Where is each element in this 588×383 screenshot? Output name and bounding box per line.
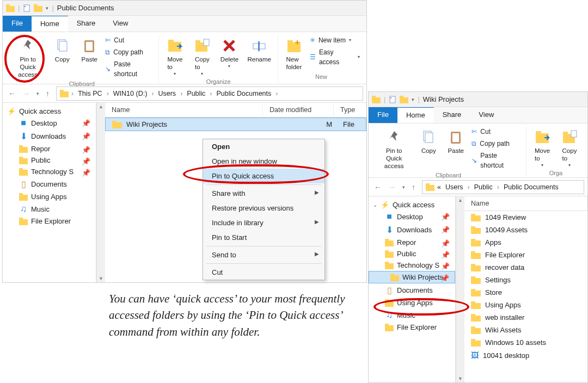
- paste-button[interactable]: Paste: [78, 35, 101, 65]
- file-row[interactable]: Windows 10 assets: [464, 336, 587, 349]
- sidebar-item-technology[interactable]: Technology S📌: [3, 166, 96, 177]
- rename-button[interactable]: Rename: [245, 35, 273, 65]
- sidebar-item-using-apps[interactable]: Using Apps: [3, 191, 96, 202]
- breadcrumb[interactable]: « Users› Public› Public Documents: [422, 180, 584, 194]
- file-row[interactable]: 🖼10041 desktop: [464, 349, 587, 362]
- file-row[interactable]: 1049 Review: [464, 211, 587, 224]
- sidebar-item-documents[interactable]: ▯Documents: [369, 283, 455, 297]
- sidebar-item-using-apps[interactable]: Using Apps: [369, 297, 455, 308]
- sidebar-scrollbar[interactable]: ▲▼: [96, 103, 105, 282]
- recent-locations-button[interactable]: ▾: [34, 90, 41, 97]
- col-date[interactable]: Date modified: [263, 103, 334, 117]
- ctx-cut[interactable]: Cut: [203, 265, 324, 280]
- breadcrumb[interactable]: › This PC› WIN10 (D:)› Users› Public› Pu…: [56, 87, 363, 101]
- move-to-button[interactable]: Move to ▾: [531, 127, 554, 169]
- tab-view[interactable]: View: [470, 107, 503, 123]
- crumb-public[interactable]: Public: [185, 90, 207, 97]
- sidebar-item-desktop[interactable]: ■Desktop📌: [3, 116, 96, 129]
- sidebar-item-documents[interactable]: ▯Documents: [3, 177, 96, 191]
- up-button[interactable]: ↑: [44, 88, 52, 99]
- crumb-public-documents[interactable]: Public Documents: [502, 183, 560, 191]
- crumb-overflow[interactable]: «: [436, 183, 443, 191]
- chevron-down-icon[interactable]: ▾: [46, 5, 48, 11]
- ctx-pin-to-quick-access[interactable]: Pin to Quick access: [203, 169, 324, 183]
- col-name[interactable]: Name: [464, 196, 587, 211]
- ctx-include-in-library[interactable]: Include in library: [203, 215, 324, 230]
- sidebar[interactable]: ⚡ Quick access ■Desktop📌 ⬇Downloads📌 Rep…: [3, 103, 96, 282]
- file-row[interactable]: web installer: [464, 311, 587, 324]
- tab-home[interactable]: Home: [397, 107, 434, 123]
- file-row[interactable]: File Explorer: [464, 249, 587, 261]
- copy-button[interactable]: Copy: [417, 127, 440, 156]
- crumb-users[interactable]: Users: [156, 90, 177, 97]
- file-row[interactable]: 10049 Assets: [464, 224, 587, 236]
- quick-access-heading[interactable]: ⚡ Quick access: [3, 106, 96, 116]
- paste-button[interactable]: Paste: [444, 127, 467, 156]
- paste-shortcut-button[interactable]: ↘Paste shortcut: [471, 151, 522, 170]
- ctx-open-new-window[interactable]: Open in new window: [203, 154, 324, 169]
- sidebar-item-music[interactable]: ♫Music: [369, 308, 455, 322]
- column-headers[interactable]: Name: [464, 196, 587, 211]
- ctx-send-to[interactable]: Send to: [203, 248, 324, 262]
- tab-file[interactable]: File: [3, 16, 32, 32]
- sidebar-item-public[interactable]: Public📌: [369, 248, 455, 260]
- file-row[interactable]: Store: [464, 286, 587, 299]
- crumb-public-documents[interactable]: Public Documents: [215, 90, 273, 97]
- copy-button[interactable]: Copy: [51, 35, 74, 65]
- file-row[interactable]: Wiki Assets: [464, 324, 587, 336]
- recent-locations-button[interactable]: ▾: [400, 183, 407, 191]
- sidebar-item-reports[interactable]: Repor📌: [369, 237, 455, 248]
- new-item-button[interactable]: ✳New item▾: [310, 35, 360, 45]
- col-name[interactable]: Name: [105, 103, 263, 117]
- cut-button[interactable]: ✄Cut: [105, 35, 154, 45]
- delete-button[interactable]: Delete ▾: [218, 35, 241, 70]
- sidebar-item-file-explorer[interactable]: File Explorer: [3, 215, 96, 227]
- pin-to-quick-access-button[interactable]: Pin to Quick access: [375, 127, 413, 171]
- ctx-open[interactable]: Open: [203, 139, 324, 154]
- back-button[interactable]: ←: [6, 88, 18, 99]
- sidebar-item-technology[interactable]: Technology S📌: [369, 260, 455, 271]
- qat-properties-icon[interactable]: [389, 96, 396, 103]
- sidebar-item-downloads[interactable]: ⬇Downloads📌: [3, 129, 96, 143]
- file-row[interactable]: Settings: [464, 274, 587, 286]
- copy-to-button[interactable]: Copy to ▾: [558, 127, 581, 169]
- pin-to-quick-access-button[interactable]: Pin to Quick access: [9, 35, 46, 79]
- up-button[interactable]: ↑: [409, 182, 418, 193]
- forward-button[interactable]: →: [20, 88, 32, 99]
- qat-folder-icon[interactable]: [400, 96, 408, 103]
- tab-file[interactable]: File: [369, 107, 397, 123]
- sidebar-item-desktop[interactable]: ■Desktop📌: [369, 210, 455, 223]
- file-row[interactable]: Using Apps: [464, 299, 587, 311]
- crumb-public[interactable]: Public: [473, 183, 494, 191]
- sidebar-scrollbar[interactable]: ▲▼: [456, 196, 464, 382]
- ctx-restore-previous[interactable]: Restore previous versions: [203, 201, 324, 215]
- col-type[interactable]: Type: [334, 103, 366, 117]
- qat-folder-icon[interactable]: [34, 4, 42, 12]
- qat-properties-icon[interactable]: [23, 4, 30, 12]
- move-to-button[interactable]: Move to ▾: [163, 35, 186, 77]
- file-row-wiki-projects[interactable]: Wiki Projects M File: [105, 118, 366, 131]
- back-button[interactable]: ←: [372, 182, 384, 193]
- sidebar-item-downloads[interactable]: ⬇Downloads📌: [369, 223, 455, 237]
- tab-share[interactable]: Share: [434, 107, 470, 123]
- crumb-this-pc[interactable]: This PC: [76, 90, 103, 97]
- forward-button[interactable]: →: [386, 182, 398, 193]
- crumb-drive[interactable]: WIN10 (D:): [112, 90, 149, 97]
- sidebar-item-public[interactable]: Public📌: [3, 155, 96, 166]
- sidebar-item-wiki-projects[interactable]: Wiki Projects📌: [369, 271, 455, 283]
- chevron-down-icon[interactable]: ▾: [412, 97, 414, 102]
- copy-to-button[interactable]: Copy to ▾: [191, 35, 213, 77]
- ctx-share-with[interactable]: Share with: [203, 186, 324, 201]
- tab-share[interactable]: Share: [68, 16, 105, 32]
- column-headers[interactable]: Name Date modified Type: [105, 103, 366, 118]
- new-folder-button[interactable]: New folder: [283, 35, 305, 72]
- file-row[interactable]: Apps: [464, 236, 587, 249]
- easy-access-button[interactable]: ☰Easy access▾: [310, 47, 360, 67]
- copy-path-button[interactable]: ⧉Copy path: [471, 139, 522, 149]
- ctx-pin-to-start[interactable]: Pin to Start: [203, 230, 324, 245]
- sidebar-item-reports[interactable]: Repor📌: [3, 143, 96, 155]
- tab-view[interactable]: View: [104, 16, 137, 32]
- sidebar-item-file-explorer[interactable]: File Explorer: [369, 322, 455, 333]
- paste-shortcut-button[interactable]: ↘Paste shortcut: [105, 59, 154, 79]
- sidebar-item-music[interactable]: ♫Music: [3, 202, 96, 215]
